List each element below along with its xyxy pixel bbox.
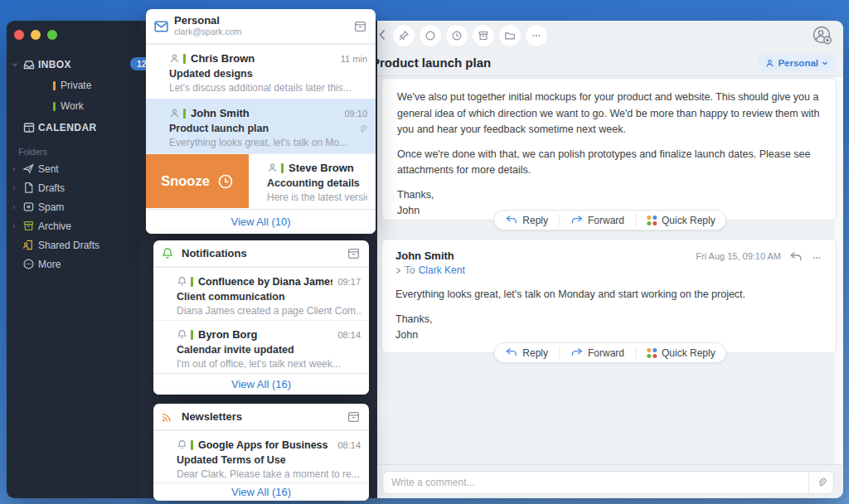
archive-button[interactable] bbox=[473, 25, 494, 46]
pin-button[interactable] bbox=[393, 25, 415, 46]
reply-icon[interactable] bbox=[789, 251, 803, 263]
more-actions-button[interactable] bbox=[526, 25, 547, 46]
message-signature: John bbox=[395, 329, 418, 341]
email-preview: I'm out of office, let's talk next week.… bbox=[177, 358, 361, 370]
email-sender: Steve Brown bbox=[289, 162, 367, 174]
comment-input[interactable] bbox=[383, 477, 808, 488]
sidebar-item-label: Archive bbox=[38, 220, 71, 232]
sidebar-item-archive[interactable]: › Archive bbox=[7, 217, 141, 236]
tag-bar bbox=[191, 440, 193, 450]
sidebar-item-label: Spam bbox=[38, 201, 64, 213]
tag-bar bbox=[183, 54, 186, 64]
snooze-button[interactable] bbox=[446, 25, 468, 46]
sidebar-item-more[interactable]: More bbox=[7, 255, 141, 274]
paper-plane-icon bbox=[22, 162, 35, 175]
message-signoff: Thanks, bbox=[395, 313, 432, 325]
sidebar-item-inbox[interactable]: INBOX 12 bbox=[7, 54, 141, 75]
chevron-down-icon bbox=[822, 60, 828, 66]
email-list-item[interactable]: Chris Brown 11 min Updated designs Let's… bbox=[146, 44, 376, 99]
sidebar-item-calendar[interactable]: 1 CALENDAR bbox=[7, 117, 141, 138]
private-tag-bar bbox=[53, 81, 56, 90]
message-thread: We've also put together initial mockups … bbox=[377, 76, 843, 464]
tag-bar bbox=[183, 109, 186, 119]
message-paragraph: We've also put together initial mockups … bbox=[397, 90, 821, 138]
mark-unread-button[interactable] bbox=[420, 25, 441, 46]
app-window: INBOX 12 Private Work 1 CALENDAR bbox=[7, 21, 843, 498]
sidebar-item-label: INBOX bbox=[38, 59, 71, 70]
email-list-item[interactable]: Snooze Steve Brown Accounting details He… bbox=[146, 153, 376, 208]
spam-icon bbox=[22, 201, 35, 213]
newsletters-card: Newsletters Google Apps for Business 08:… bbox=[153, 404, 369, 501]
email-preview: Let's discuss additional details later t… bbox=[169, 82, 367, 94]
sidebar-item-private[interactable]: Private bbox=[7, 75, 141, 96]
work-tag-bar bbox=[53, 102, 56, 111]
reply-icon bbox=[505, 347, 517, 358]
sidebar-item-shared-drafts[interactable]: Shared Drafts bbox=[7, 236, 141, 255]
quick-reply-button[interactable]: Quick Reply bbox=[636, 215, 726, 226]
message-paragraph: Once we're done with that, we can polish… bbox=[397, 147, 821, 179]
attachment-paperclip-icon bbox=[357, 124, 367, 134]
move-to-folder-button[interactable] bbox=[499, 25, 521, 46]
minimize-button[interactable] bbox=[31, 30, 41, 40]
reading-pane: Product launch plan Personal We've also … bbox=[377, 21, 843, 498]
email-time: 08:14 bbox=[337, 440, 361, 450]
sidebar-item-spam[interactable]: › Spam bbox=[7, 198, 141, 217]
archive-all-icon[interactable] bbox=[353, 19, 367, 33]
personal-inbox-card: Personal clark@spark.com Chris Brown 11 … bbox=[146, 9, 376, 234]
forward-button[interactable]: Forward bbox=[560, 347, 635, 359]
email-list-item[interactable]: Byron Borg 08:14 Calendar invite updated… bbox=[153, 320, 369, 373]
close-button[interactable] bbox=[14, 30, 24, 40]
email-time: 08:14 bbox=[337, 330, 361, 340]
card-title: Personal bbox=[174, 14, 220, 27]
card-title: Newsletters bbox=[182, 410, 242, 423]
snooze-swipe-action[interactable]: Snooze bbox=[146, 154, 249, 208]
message-toolbar bbox=[377, 21, 843, 50]
sidebar-item-work[interactable]: Work bbox=[7, 96, 141, 117]
forward-button[interactable]: Forward bbox=[560, 215, 635, 226]
email-list-item[interactable]: Google Apps for Business 08:14 Updated T… bbox=[153, 430, 369, 483]
view-all-link[interactable]: View All (16) bbox=[231, 378, 291, 390]
more-icon[interactable] bbox=[811, 252, 822, 264]
calendar-icon: 1 bbox=[22, 121, 36, 134]
recipient-link[interactable]: Clark Kent bbox=[419, 264, 465, 276]
message-actions: Reply Forward Quick Reply bbox=[493, 342, 726, 363]
sidebar-item-label: Drafts bbox=[38, 182, 65, 194]
bell-icon bbox=[177, 439, 191, 450]
email-subject: Updated designs bbox=[169, 68, 367, 80]
account-selector-label: Personal bbox=[778, 58, 818, 68]
window-controls bbox=[14, 30, 57, 40]
email-subject: Client communication bbox=[177, 291, 361, 303]
sidebar-item-sent[interactable]: › Sent bbox=[7, 160, 141, 179]
sidebar-item-drafts[interactable]: › Drafts bbox=[7, 179, 141, 198]
inbox-icon bbox=[22, 58, 36, 71]
email-subject: Product launch plan bbox=[169, 123, 269, 134]
expand-details-icon[interactable] bbox=[395, 267, 401, 274]
snooze-clock-icon bbox=[217, 173, 234, 190]
attach-file-button[interactable] bbox=[808, 472, 833, 493]
quick-reply-button[interactable]: Quick Reply bbox=[636, 347, 726, 359]
archive-all-icon[interactable] bbox=[347, 246, 361, 260]
email-preview: Dear Clark, Please take a moment to re..… bbox=[177, 468, 361, 480]
more-icon bbox=[22, 258, 35, 270]
view-all-link[interactable]: View All (16) bbox=[231, 486, 291, 498]
email-subject: Calendar invite updated bbox=[177, 344, 361, 356]
add-contact-avatar-icon[interactable] bbox=[811, 24, 833, 46]
view-all-link[interactable]: View All (10) bbox=[230, 216, 290, 228]
archive-all-icon[interactable] bbox=[347, 410, 361, 424]
message-sender: John Smith bbox=[395, 250, 465, 262]
email-sender: Chris Brown bbox=[191, 52, 336, 65]
person-icon bbox=[169, 53, 183, 64]
email-list-item-selected[interactable]: John Smith 09:10 Product launch plan Eve… bbox=[146, 99, 376, 153]
message-actions: Reply Forward Quick Reply bbox=[493, 210, 726, 230]
message-signature: John bbox=[397, 205, 420, 216]
reply-button[interactable]: Reply bbox=[494, 215, 559, 226]
account-selector[interactable]: Personal bbox=[759, 55, 835, 71]
back-icon[interactable] bbox=[378, 28, 386, 41]
chevron-down-icon bbox=[12, 61, 18, 68]
email-list-item[interactable]: Confluence by Diana James 09:17 Client c… bbox=[153, 267, 369, 320]
email-preview: Here is the latest versio bbox=[267, 191, 367, 203]
to-label: To bbox=[405, 264, 415, 276]
reply-button[interactable]: Reply bbox=[494, 347, 559, 359]
zoom-button[interactable] bbox=[47, 30, 57, 40]
rss-icon bbox=[161, 410, 173, 423]
